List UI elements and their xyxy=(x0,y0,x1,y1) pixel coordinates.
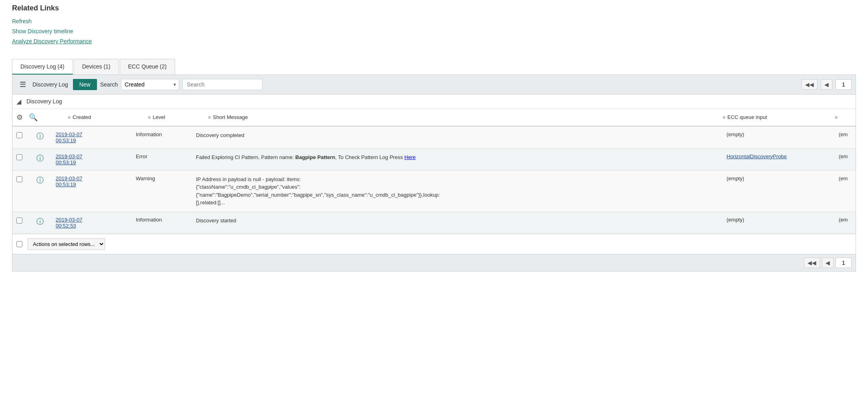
row-4-message: Discovery started xyxy=(193,212,723,234)
col-header-short-message[interactable]: ≡ Short Message xyxy=(205,110,719,124)
row-1-info-area: ⓘ xyxy=(32,127,52,148)
table-row: ⓘ 2019-03-0700:52:53 Information Discove… xyxy=(12,212,856,234)
table-toolbar: ☰ Discovery Log New Search Created Level… xyxy=(12,75,856,95)
col-label-short-message: Short Message xyxy=(213,114,248,120)
row-2-ecc: HorizontalDiscoveryProbe xyxy=(723,149,836,170)
row-2-ecc-link[interactable]: HorizontalDiscoveryProbe xyxy=(727,153,787,159)
row-1-created: 2019-03-0700:53:19 xyxy=(52,127,133,148)
row-2-level: Error xyxy=(133,149,193,170)
col-header-extra: ≡ xyxy=(832,111,852,124)
search-field-select-wrapper: Created Level Short Message ECC queue in… xyxy=(121,79,179,90)
table-row: ⓘ 2019-03-0700:53:19 Error Failed Explor… xyxy=(12,149,856,171)
col-label-created: Created xyxy=(73,114,91,120)
show-discovery-timeline-link[interactable]: Show Discovery timeline xyxy=(12,26,856,36)
table-row: ⓘ 2019-03-0700:53:19 Warning IP Address … xyxy=(12,171,856,212)
row-1-message: Discovery completed xyxy=(193,127,723,148)
tab-ecc-queue[interactable]: ECC Queue (2) xyxy=(120,59,175,75)
col-menu-icon-extra: ≡ xyxy=(835,115,838,120)
tab-discovery-log[interactable]: Discovery Log (4) xyxy=(12,59,73,75)
row-1-created-link[interactable]: 2019-03-0700:53:19 xyxy=(56,131,83,143)
menu-button[interactable]: ☰ xyxy=(16,78,29,91)
row-2-created: 2019-03-0700:53:19 xyxy=(52,149,133,170)
row-3-checkbox-area xyxy=(12,171,32,212)
analyze-discovery-performance-link[interactable]: Analyze Discovery Performance xyxy=(12,36,856,46)
select-all-checkbox[interactable] xyxy=(16,241,22,247)
row-3-message: IP Address in payload is null - payload:… xyxy=(193,171,723,212)
row-3-ecc: (empty) xyxy=(723,171,836,212)
col-label-ecc: ECC queue input xyxy=(727,114,767,120)
row-2-here-link[interactable]: Here xyxy=(404,154,416,160)
row-3-created: 2019-03-0700:53:19 xyxy=(52,171,133,212)
row-2-info-icon[interactable]: ⓘ xyxy=(36,153,44,163)
row-3-info-area: ⓘ xyxy=(32,171,52,212)
search-field-select[interactable]: Created Level Short Message ECC queue in… xyxy=(121,79,179,90)
row-4-ecc: (empty) xyxy=(723,212,836,234)
col-menu-icon-created: ≡ xyxy=(68,115,71,120)
search-label: Search xyxy=(100,81,118,88)
related-links-title: Related Links xyxy=(12,4,856,12)
row-2-created-link[interactable]: 2019-03-0700:53:19 xyxy=(56,153,83,165)
row-3-level: Warning xyxy=(133,171,193,212)
search-input[interactable] xyxy=(182,79,262,90)
filter-header: ◢ Discovery Log xyxy=(12,95,856,109)
tab-devices[interactable]: Devices (1) xyxy=(74,59,119,75)
row-4-info-area: ⓘ xyxy=(32,212,52,234)
row-2-checkbox[interactable] xyxy=(16,154,22,160)
row-4-info-icon[interactable]: ⓘ xyxy=(36,217,44,226)
row-4-extra: (em xyxy=(836,212,856,234)
col-header-ecc[interactable]: ≡ ECC queue input xyxy=(719,110,832,124)
row-3-checkbox[interactable] xyxy=(16,176,22,182)
toolbar-label: Discovery Log xyxy=(32,81,68,88)
nav-prev-button[interactable]: ◀ xyxy=(821,79,832,90)
table-row: ⓘ 2019-03-0700:53:19 Information Discove… xyxy=(12,127,856,149)
col-menu-icon-short-message: ≡ xyxy=(208,115,211,120)
bottom-nav: ◀◀ ◀ xyxy=(12,254,856,271)
hamburger-icon: ☰ xyxy=(20,80,26,89)
page-number-input[interactable] xyxy=(836,79,852,90)
row-1-info-icon[interactable]: ⓘ xyxy=(36,131,44,141)
row-1-ecc: (empty) xyxy=(723,127,836,148)
row-1-extra: (em xyxy=(836,127,856,148)
row-1-level: Information xyxy=(133,127,193,148)
row-3-info-icon[interactable]: ⓘ xyxy=(36,175,44,185)
tabs-container: Discovery Log (4) Devices (1) ECC Queue … xyxy=(0,59,868,75)
row-2-message: Failed Exploring CI Pattern, Pattern nam… xyxy=(193,149,723,170)
row-1-checkbox[interactable] xyxy=(16,132,22,138)
discovery-log-table: ☰ Discovery Log New Search Created Level… xyxy=(12,75,856,272)
row-2-checkbox-area xyxy=(12,149,32,170)
filter-icon: ◢ xyxy=(16,98,21,105)
row-3-extra: (em xyxy=(836,171,856,212)
bottom-nav-prev-button[interactable]: ◀ xyxy=(822,258,834,268)
col-header-level[interactable]: ≡ Level xyxy=(145,110,205,124)
new-button[interactable]: New xyxy=(73,79,97,90)
row-4-created-link[interactable]: 2019-03-0700:52:53 xyxy=(56,217,83,229)
actions-row: Actions on selected rows... xyxy=(12,234,856,254)
row-4-level: Information xyxy=(133,212,193,234)
col-menu-icon-ecc: ≡ xyxy=(723,115,725,120)
row-4-checkbox[interactable] xyxy=(16,218,22,224)
row-1-checkbox-area xyxy=(12,127,32,148)
related-links-section: Related Links Refresh Show Discovery tim… xyxy=(0,4,868,55)
row-4-created: 2019-03-0700:52:53 xyxy=(52,212,133,234)
row-2-extra: (em xyxy=(836,149,856,170)
bottom-nav-first-button[interactable]: ◀◀ xyxy=(804,258,820,268)
refresh-link[interactable]: Refresh xyxy=(12,16,856,26)
column-search-icon[interactable]: 🔍 xyxy=(29,113,38,122)
filter-label: Discovery Log xyxy=(26,98,62,105)
row-2-info-area: ⓘ xyxy=(32,149,52,170)
nav-first-button[interactable]: ◀◀ xyxy=(801,79,818,90)
bottom-page-number-input[interactable] xyxy=(836,258,852,268)
column-headers: ⚙ 🔍 ≡ Created ≡ Level ≡ Short Message ≡ … xyxy=(12,109,856,127)
settings-icon[interactable]: ⚙ xyxy=(16,113,23,122)
col-label-level: Level xyxy=(153,114,165,120)
col-menu-icon-level: ≡ xyxy=(148,115,151,120)
actions-select[interactable]: Actions on selected rows... xyxy=(28,238,105,250)
row-3-created-link[interactable]: 2019-03-0700:53:19 xyxy=(56,175,83,187)
col-header-created[interactable]: ≡ Created xyxy=(65,110,145,124)
row-4-checkbox-area xyxy=(12,212,32,234)
